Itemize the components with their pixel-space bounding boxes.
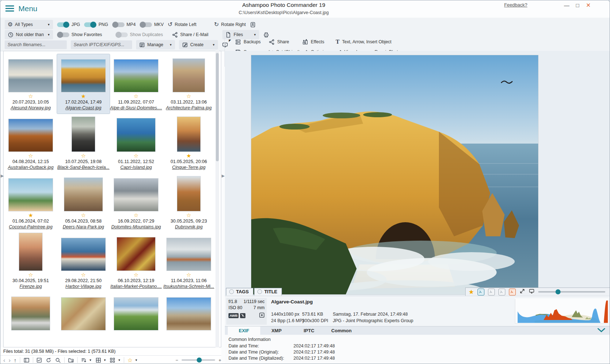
thumbnail-cell[interactable]: ★ 01.05.2025, 20:06 Cinque-Terre.jpg — [162, 114, 215, 173]
share-button[interactable]: Share — [269, 39, 302, 45]
monitor-icon[interactable] — [529, 288, 535, 295]
preview-zoom-slider[interactable] — [538, 291, 605, 293]
thumbnail-image[interactable] — [61, 297, 106, 330]
effects-button[interactable]: Effects — [302, 39, 336, 45]
thumbnail-image[interactable] — [71, 117, 95, 152]
show-favorites-toggle[interactable]: Show Favorites — [57, 32, 102, 37]
show-duplicates-toggle[interactable]: Show Duplicates — [116, 32, 163, 37]
grid-view-button[interactable]: ▼ — [95, 357, 106, 363]
thumbnail-image[interactable] — [117, 237, 156, 271]
center-panel-collapse-arrow[interactable]: ▶ — [222, 174, 225, 178]
meta-tab[interactable]: EXIF — [228, 326, 260, 335]
thumbnail-image[interactable] — [114, 178, 158, 211]
favorite-star-icon[interactable]: ☆ — [110, 272, 162, 278]
pdf-button[interactable] — [250, 22, 256, 28]
thumbnail-cell[interactable]: ☆ 11.09.2022, 07:07 Alpe-di-Siusi-Dolomi… — [110, 54, 162, 114]
thumbnail-filename[interactable] — [4, 343, 57, 347]
tab-title[interactable]: TITLE — [254, 288, 282, 295]
favorite-star-icon[interactable]: ★ — [4, 212, 57, 219]
thumbnail-image[interactable] — [61, 238, 106, 271]
favorite-star-icon[interactable]: ☆ — [110, 153, 162, 159]
thumbnail-filename[interactable]: Dubrovnik.jpg — [162, 224, 215, 230]
preview-pane-button[interactable] — [23, 357, 30, 363]
favorite-star-icon[interactable]: ☆ — [57, 153, 110, 159]
thumbnail-cell[interactable]: ☆ 20.07.2023, 10:05 Alesund-Norway.jpg — [4, 54, 57, 114]
favorite-star-icon[interactable]: ☆ — [162, 93, 215, 100]
thumbnail-image[interactable] — [8, 59, 53, 92]
menu-hamburger-icon[interactable] — [5, 5, 14, 12]
thumbnail-filename[interactable]: Italian-Market-Positano.... — [110, 284, 162, 290]
favorite-star-icon[interactable]: ☆ — [4, 272, 57, 278]
meta-tab[interactable]: Common — [325, 326, 358, 335]
meta-tab[interactable]: IPTC — [293, 326, 325, 335]
tab-tags[interactable]: TAGS — [226, 288, 253, 295]
thumbnail-image[interactable] — [11, 297, 50, 330]
thumbnail-filename[interactable]: Australian-Outback.jpg — [4, 165, 57, 171]
favorite-star-icon[interactable]: ★ — [162, 153, 215, 159]
up-button[interactable]: ↑ — [14, 358, 17, 363]
png-filter-toggle[interactable]: PNG — [84, 22, 108, 27]
new-folder-button[interactable] — [68, 357, 74, 363]
thumbnail-filename[interactable]: Coconut-Palmtree.jpg — [4, 224, 57, 230]
minimize-button[interactable]: — — [563, 2, 571, 9]
thumbnail-cell[interactable]: ★ 17.02.2024, 17:49 Algarve-Coast.jpg — [57, 54, 110, 114]
favorite-star-icon[interactable]: ☆ — [162, 212, 215, 219]
thumbnail-filename[interactable]: Black-Sand-Beach-Icela... — [57, 165, 110, 171]
view-mode-2-icon[interactable] — [488, 289, 495, 295]
share-email-button[interactable]: Share / E-Mail — [172, 32, 208, 38]
favorite-star-icon[interactable]: ☆ — [57, 272, 110, 278]
refresh-button[interactable] — [45, 357, 52, 363]
favorite-star-icon[interactable]: ☆ — [110, 212, 162, 219]
thumbnail-cell[interactable]: ☆ 06.10.2023, 12:19 Italian-Market-Posit… — [110, 233, 162, 292]
text-arrow-insert-button[interactable]: T Text, Arrow, Insert Object — [336, 39, 426, 45]
thumbnail-filename[interactable]: Alesund-Norway.jpg — [4, 105, 57, 111]
thumbnail-cell[interactable]: ★ 01.06.2024, 07:02 Coconut-Palmtree.jpg — [4, 173, 57, 233]
maximize-button[interactable]: □ — [574, 2, 581, 9]
thumbnail-image[interactable] — [177, 176, 201, 211]
thumbnail-image[interactable] — [173, 58, 205, 92]
favorites-filter-button[interactable]: ☆▼ — [127, 357, 138, 364]
thumbnail-filename[interactable]: Algarve-Coast.jpg — [57, 105, 110, 111]
thumbnail-cell[interactable]: ☆ — [110, 292, 162, 347]
zoom-out-button[interactable]: − — [175, 358, 178, 363]
thumbnail-image[interactable] — [177, 117, 201, 152]
rotate-right-button[interactable]: ↻Rotate Right — [214, 22, 246, 27]
thumbnail-cell[interactable]: ☆ 16.09.2022, 07:29 Dolomites-Mountains.… — [110, 173, 162, 233]
not-older-than-dropdown[interactable]: Not older than ▼ — [5, 30, 53, 39]
thumbnail-cell[interactable]: ☆ 03.11.2022, 13:06 Architecture-Palma.j… — [162, 54, 215, 114]
metadata-collapse-chevron[interactable] — [597, 327, 605, 334]
thumbnail-image[interactable] — [166, 297, 211, 330]
sort-button[interactable]: ▼ — [81, 357, 92, 363]
view-mode-4-icon[interactable] — [509, 289, 516, 295]
view-mode-1-icon[interactable] — [478, 289, 484, 295]
thumbnail-filename[interactable]: Capri-Island.jpg — [110, 165, 162, 171]
favorite-star-icon[interactable]: ☆ — [110, 93, 162, 100]
search-filenames-input[interactable] — [5, 40, 67, 49]
preview-photo[interactable] — [251, 55, 538, 294]
thumbnail-cell[interactable]: ☆ 05.04.2023, 08:58 Deers-Nara-Park.jpg — [57, 173, 110, 233]
create-dropdown[interactable]: Create ▼ — [179, 40, 218, 49]
collapse-handle-icon[interactable]: ◤ — [229, 39, 231, 42]
mkv-filter-toggle[interactable]: MKV — [140, 22, 164, 27]
feedback-link[interactable]: Feedback? — [504, 2, 527, 8]
thumbnail-filename[interactable]: Architecture-Palma.jpg — [162, 105, 215, 111]
thumbnail-filename[interactable] — [162, 343, 215, 347]
thumbnail-filename[interactable]: Alpe-di-Siusi-Dolomites.... — [110, 105, 162, 111]
favorite-star-icon[interactable]: ★ — [469, 288, 474, 296]
zoom-in-button[interactable]: + — [218, 358, 221, 363]
favorite-star-icon[interactable]: ☆ — [162, 272, 215, 278]
backups-button[interactable]: Backups — [235, 39, 269, 45]
menu-button[interactable]: Menu — [18, 4, 38, 13]
favorite-star-icon[interactable]: ☆ — [4, 93, 57, 100]
thumbnail-image[interactable] — [166, 238, 211, 271]
thumbnail-filename[interactable]: Dolomites-Mountains.jpg — [110, 224, 162, 230]
slideshow-button[interactable] — [222, 42, 228, 48]
thumbnail-filename[interactable]: Itsukushima-Schrein-Mi... — [162, 284, 215, 290]
thumbnail-cell[interactable]: ☆ 30.05.2025, 09:23 Dubrovnik.jpg — [162, 173, 215, 233]
thumbnail-image[interactable] — [61, 59, 106, 92]
thumbnail-image[interactable] — [8, 119, 53, 152]
thumbnail-cell[interactable]: ☆ 01.11.2022, 12:52 Capri-Island.jpg — [110, 114, 162, 173]
thumbnail-cell[interactable]: ☆ — [4, 292, 57, 347]
thumbnail-size-button[interactable]: ▼ — [109, 357, 121, 363]
thumbnail-cell[interactable]: ☆ — [162, 292, 215, 347]
